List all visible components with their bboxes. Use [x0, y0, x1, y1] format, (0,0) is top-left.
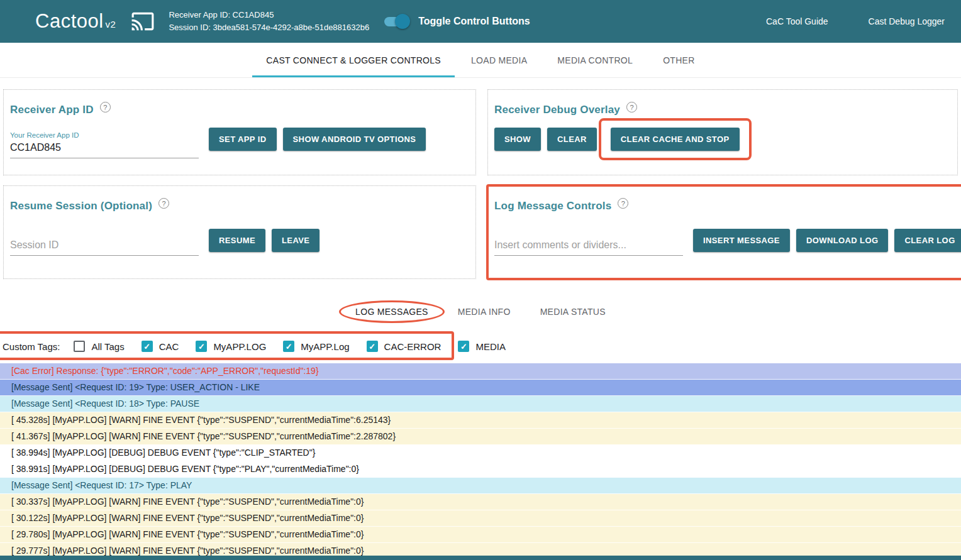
tag-label: CAC [159, 341, 179, 352]
receiver-app-id-title: Receiver App ID [10, 104, 94, 116]
receiver-app-id-text: Receiver App ID: CC1AD845 [169, 9, 369, 21]
tab-log-messages[interactable]: LOG MESSAGES [355, 307, 428, 317]
custom-tag[interactable]: ✓ CAC [142, 341, 179, 352]
check-icon: ✓ [143, 342, 150, 351]
receiver-app-id-field-label: Your Receiver App ID [10, 131, 199, 139]
session-id-text: Session ID: 3bdea581-574e-4292-a8be-51de… [169, 21, 369, 34]
tab-other[interactable]: OTHER [663, 43, 695, 77]
log-row-text: [ 45.328s] [MyAPP.LOG] [WARN] FINE EVENT… [11, 415, 391, 425]
log-row[interactable]: [Message Sent] <Request ID: 19> Type: US… [0, 380, 961, 396]
tab-media-info[interactable]: MEDIA INFO [458, 307, 511, 317]
log-row[interactable]: [ 30.122s] [MyAPP.LOG] [WARN] FINE EVENT… [0, 510, 961, 527]
log-row-text: [ 29.777s] [MyAPP.LOG] [WARN] FINE EVENT… [11, 546, 364, 556]
main-tab-bar: CAST CONNECT & LOGGER CONTROLS LOAD MEDI… [0, 43, 961, 78]
toggle-label: Toggle Control Buttons [418, 16, 530, 27]
toggle-thumb [395, 14, 410, 29]
tag-checkbox[interactable]: ✓ [142, 341, 153, 352]
cast-icon [128, 9, 157, 33]
app-logo: Cactoolv2 [35, 10, 116, 33]
help-icon-debug-overlay[interactable]: ? [626, 102, 637, 113]
tag-checkbox[interactable]: ✓ [458, 341, 469, 352]
clear-button[interactable]: CLEAR [547, 128, 597, 151]
custom-tag[interactable]: ✓ CAC-ERROR [367, 341, 442, 352]
log-row-text: [ 29.780s] [MyAPP.LOG] [WARN] FINE EVENT… [11, 529, 364, 539]
log-row[interactable]: [ 30.337s] [MyAPP.LOG] [WARN] FINE EVENT… [0, 494, 961, 510]
set-app-id-button[interactable]: SET APP ID [209, 128, 277, 151]
clear-cache-and-stop-button[interactable]: CLEAR CACHE AND STOP [611, 128, 740, 151]
tag-label: CAC-ERROR [384, 341, 442, 352]
log-row[interactable]: [ 45.328s] [MyAPP.LOG] [WARN] FINE EVENT… [0, 412, 961, 429]
custom-tag[interactable]: ✓ MEDIA [458, 341, 506, 352]
log-row-text: [ 41.367s] [MyAPP.LOG] [WARN] FINE EVENT… [11, 431, 396, 441]
custom-tag[interactable]: ✓ MyAPP.Log [283, 341, 349, 352]
custom-tags-list: All Tags ✓ CAC ✓ MyAPP.LOG ✓ MyAPP.Log ✓… [74, 341, 523, 352]
show-button[interactable]: SHOW [494, 128, 541, 151]
log-row[interactable]: [Message Sent] <Request ID: 17> Type: PL… [0, 478, 961, 494]
app-name: Cactool [35, 10, 104, 32]
log-row-text: [ 38.991s] [MyAPP.LOG] [DEBUG] DEBUG EVE… [11, 464, 359, 474]
cac-tool-guide-link[interactable]: CaC Tool Guide [766, 16, 828, 26]
receiver-debug-overlay-card: Receiver Debug Overlay ? SHOW CLEAR CLEA… [487, 89, 958, 175]
tab-media-status[interactable]: MEDIA STATUS [540, 307, 606, 317]
tab-cast-connect-logger-controls[interactable]: CAST CONNECT & LOGGER CONTROLS [266, 43, 441, 77]
tag-checkbox[interactable]: ✓ [196, 341, 207, 352]
resume-session-card: Resume Session (Optional) ? RESUME LEAVE [3, 185, 476, 279]
log-row-text: [Cac Error] Response: {"type":"ERROR","c… [11, 366, 319, 376]
log-row-text: [ 30.337s] [MyAPP.LOG] [WARN] FINE EVENT… [11, 497, 364, 507]
show-android-tv-options-button[interactable]: SHOW ANDROID TV OPTIONS [283, 128, 426, 151]
tag-checkbox[interactable]: ✓ [283, 341, 294, 352]
log-list: [Cac Error] Response: {"type":"ERROR","c… [0, 363, 961, 559]
check-icon: ✓ [460, 342, 467, 351]
log-row[interactable]: [ 38.994s] [MyAPP.LOG] [DEBUG] DEBUG EVE… [0, 445, 961, 461]
tag-label: MEDIA [475, 341, 506, 352]
tab-load-media[interactable]: LOAD MEDIA [471, 43, 527, 77]
custom-tags-label: Custom Tags: [3, 341, 60, 352]
tag-label: MyAPP.LOG [213, 341, 266, 352]
tag-checkbox[interactable] [74, 341, 85, 352]
bottom-bar [0, 556, 961, 560]
log-row[interactable]: [Cac Error] Response: {"type":"ERROR","c… [0, 363, 961, 380]
cactool-app: Cactoolv2 Receiver App ID: CC1AD845 Sess… [0, 0, 961, 560]
tab-media-control[interactable]: MEDIA CONTROL [557, 43, 633, 77]
resume-button[interactable]: RESUME [209, 229, 265, 252]
help-icon-log-message-controls[interactable]: ? [618, 198, 628, 209]
toggle-control-buttons: Toggle Control Buttons [384, 16, 530, 27]
cast-debug-logger-link[interactable]: Cast Debug Logger [869, 16, 945, 26]
log-row-text: [Message Sent] <Request ID: 18> Type: PA… [11, 398, 199, 409]
check-icon: ✓ [198, 342, 205, 351]
leave-button[interactable]: LEAVE [272, 229, 319, 252]
custom-tag[interactable]: All Tags [74, 341, 124, 352]
download-log-button[interactable]: DOWNLOAD LOG [796, 229, 889, 252]
check-icon: ✓ [369, 342, 375, 351]
help-icon-resume-session[interactable]: ? [158, 198, 169, 209]
check-icon: ✓ [286, 342, 292, 351]
app-version: v2 [106, 19, 116, 30]
custom-tags-bar: Custom Tags: All Tags ✓ CAC ✓ MyAPP.LOG … [0, 331, 961, 362]
log-comment-input[interactable] [494, 236, 683, 256]
receiver-app-id-input[interactable] [10, 139, 199, 158]
tag-label: All Tags [91, 341, 124, 352]
log-row[interactable]: [ 38.991s] [MyAPP.LOG] [DEBUG] DEBUG EVE… [0, 461, 961, 478]
receiver-app-id-card: Receiver App ID ? Your Receiver App ID S… [3, 89, 476, 175]
log-row-text: [Message Sent] <Request ID: 17> Type: PL… [11, 480, 192, 490]
session-info: Receiver App ID: CC1AD845 Session ID: 3b… [169, 9, 369, 34]
tag-checkbox[interactable]: ✓ [367, 341, 378, 352]
tag-label: MyAPP.Log [301, 341, 349, 352]
log-tab-bar: LOG MESSAGES MEDIA INFO MEDIA STATUS [0, 297, 961, 327]
log-row[interactable]: [Message Sent] <Request ID: 18> Type: PA… [0, 396, 961, 412]
clear-log-button[interactable]: CLEAR LOG [894, 229, 961, 252]
resume-session-title: Resume Session (Optional) [10, 200, 152, 212]
insert-message-button[interactable]: INSERT MESSAGE [693, 229, 790, 252]
session-id-input[interactable] [10, 236, 199, 256]
header-links: CaC Tool Guide Cast Debug Logger [766, 16, 945, 26]
log-message-controls-card: Log Message Controls ? INSERT MESSAGE DO… [487, 185, 961, 279]
log-row-text: [Message Sent] <Request ID: 19> Type: US… [11, 382, 260, 392]
receiver-app-id-field: Your Receiver App ID [10, 128, 199, 158]
log-row-text: [ 38.994s] [MyAPP.LOG] [DEBUG] DEBUG EVE… [11, 447, 315, 458]
log-row[interactable]: [ 41.367s] [MyAPP.LOG] [WARN] FINE EVENT… [0, 429, 961, 445]
help-icon-receiver-app-id[interactable]: ? [100, 102, 111, 113]
control-buttons-toggle[interactable] [384, 17, 408, 26]
log-row[interactable]: [ 29.780s] [MyAPP.LOG] [WARN] FINE EVENT… [0, 527, 961, 543]
app-header: Cactoolv2 Receiver App ID: CC1AD845 Sess… [0, 0, 961, 43]
custom-tag[interactable]: ✓ MyAPP.LOG [196, 341, 266, 352]
